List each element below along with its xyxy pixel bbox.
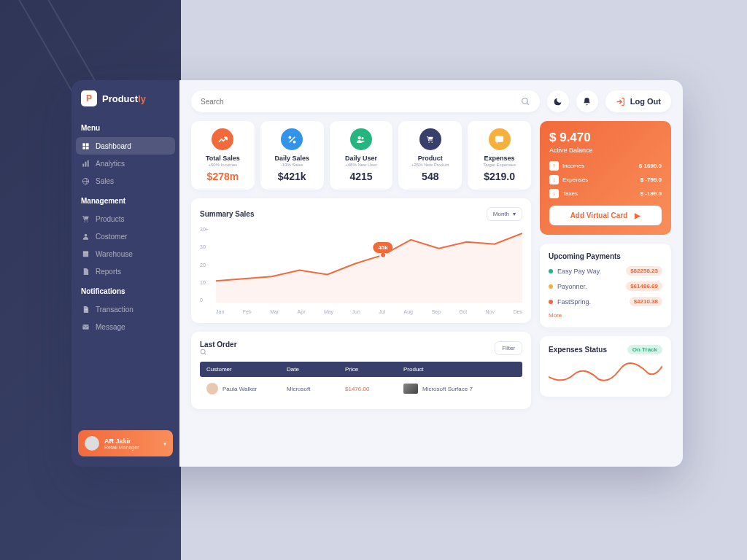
kpi-card: Total Sales+50% Incomes$278m	[191, 121, 255, 190]
expenses-status-card: Expenses Status On Track	[540, 336, 671, 397]
period-dropdown[interactable]: Month▾	[487, 207, 522, 221]
svg-rect-11	[82, 252, 88, 256]
svg-rect-15	[82, 324, 88, 329]
sidebar-item-label: Reports	[96, 268, 121, 276]
svg-rect-3	[85, 146, 88, 149]
notifications-button[interactable]	[576, 90, 598, 112]
payment-amount: $61486.69	[626, 281, 662, 291]
dot-icon	[549, 300, 553, 304]
sidebar-item-dashboard[interactable]: Dashboard	[76, 137, 175, 155]
balance-row: ↑Incomes$ 1699.0	[549, 161, 662, 171]
svg-rect-1	[85, 143, 88, 146]
order-date: Microsoft	[287, 386, 345, 392]
theme-toggle[interactable]	[547, 90, 569, 112]
svg-line-28	[204, 353, 206, 354]
payment-row: Easy Pay Way.$82258.23	[549, 266, 662, 276]
svg-point-9	[87, 221, 88, 222]
balance-row: ↓Taxes$ -199.0	[549, 189, 662, 198]
filter-button[interactable]: Filter	[495, 341, 522, 355]
svg-point-16	[522, 98, 527, 104]
sidebar-section-title: Notifications	[71, 280, 179, 300]
sidebar-item-sales[interactable]: Sales	[71, 172, 179, 190]
product-image-icon	[403, 384, 418, 394]
down-icon: ↓	[549, 189, 559, 198]
svg-rect-0	[82, 143, 85, 146]
kpi-value: $421k	[265, 171, 320, 182]
sidebar-item-label: Products	[96, 215, 124, 223]
search-input[interactable]	[201, 98, 521, 106]
chart-tooltip: 45k	[373, 242, 392, 253]
kpi-card: Daily User+48% New User4215	[330, 121, 393, 190]
chevron-down-icon: ▾	[163, 440, 166, 447]
more-link[interactable]: More	[549, 312, 662, 319]
sidebar-item-label: Transaction	[96, 306, 133, 314]
status-badge: On Track	[627, 345, 662, 354]
cart-icon	[419, 128, 441, 150]
user-name: AR Jakir	[104, 438, 158, 445]
kpi-value: $278m	[196, 171, 250, 182]
balance-card: $ 9.470 Active Balance ↑Incomes$ 1699.0↓…	[540, 121, 671, 235]
expenses-sparkline	[549, 359, 662, 388]
summary-sales-card: Summary Sales Month▾ 30+3020100 45k JanF…	[191, 198, 531, 323]
kpi-card: ExpensesTarget Expenses$219.0	[468, 121, 531, 190]
moon-icon	[553, 97, 562, 106]
sidebar-section-title: Menu	[71, 117, 179, 137]
summary-chart: 30+3020100 45k JanFebMarAprMayJunJulAugS…	[200, 227, 522, 314]
mail-icon	[81, 322, 90, 331]
expenses-status-title: Expenses Status	[549, 346, 607, 354]
search-icon	[521, 97, 530, 106]
user-icon	[81, 232, 90, 241]
svg-point-10	[84, 233, 87, 236]
logout-button[interactable]: Log Out	[605, 90, 671, 112]
table-header: Customer Date Price Product	[200, 362, 522, 377]
sidebar-item-analytics[interactable]: Analytics	[71, 155, 179, 172]
svg-rect-25	[495, 136, 503, 141]
upcoming-payments-card: Upcoming Payments Easy Pay Way.$82258.23…	[540, 244, 671, 327]
svg-point-24	[432, 141, 433, 142]
sidebar-item-costomer[interactable]: Costomer	[71, 228, 179, 245]
svg-point-23	[429, 141, 430, 142]
kpi-subtitle: +50% Incomes	[196, 163, 250, 167]
play-icon: ▶	[635, 211, 640, 219]
balance-row-value: $ 1699.0	[639, 163, 662, 169]
customer-name: Paula Walker	[222, 386, 257, 392]
payment-row: FastSpring.$4210.38	[549, 297, 662, 306]
sidebar-section-title: Management	[71, 190, 179, 210]
add-virtual-card-button[interactable]: Add Virtual Card▶	[549, 206, 662, 225]
svg-point-8	[84, 221, 85, 222]
sidebar-item-message[interactable]: Message	[71, 318, 179, 335]
dot-icon	[549, 284, 553, 289]
logout-label: Log Out	[630, 97, 661, 106]
sidebar-item-warehouse[interactable]: Warehouse	[71, 245, 179, 262]
sidebar-item-transaction[interactable]: Transaction	[71, 300, 179, 318]
kpi-title: Daily User	[334, 155, 389, 162]
kpi-card: Daily Sales-13% Sales$421k	[260, 121, 324, 190]
sidebar-item-label: Warehouse	[96, 250, 133, 258]
payment-label: Easy Pay Way.	[557, 268, 601, 275]
sidebar: P Productly MenuDashboardAnalyticsSalesM…	[71, 80, 179, 467]
svg-rect-2	[82, 146, 85, 149]
balance-row-label: Expenses	[562, 176, 588, 183]
sidebar-item-label: Analytics	[96, 160, 125, 168]
search-bar[interactable]	[191, 90, 540, 112]
kpi-title: Expenses	[472, 155, 527, 162]
svg-rect-5	[85, 161, 86, 166]
kpi-title: Daily Sales	[265, 155, 320, 162]
search-icon[interactable]	[200, 349, 240, 356]
user-card[interactable]: AR Jakir Retail Manager ▾	[78, 430, 173, 456]
brand: P Productly	[71, 90, 179, 117]
svg-point-19	[293, 140, 295, 143]
avatar	[85, 436, 99, 451]
svg-point-18	[288, 136, 291, 139]
payment-row: Payonner.$61486.69	[549, 281, 662, 291]
svg-rect-12	[82, 251, 88, 252]
svg-rect-14	[85, 310, 88, 311]
payment-amount: $82258.23	[626, 266, 662, 276]
sidebar-item-reports[interactable]: Reports	[71, 262, 179, 280]
table-row[interactable]: Paula WalkerMicrosoft$1476.00Microsoft S…	[200, 377, 522, 400]
sidebar-item-label: Dashboard	[96, 142, 131, 150]
balance-label: Active Balance	[549, 147, 662, 154]
chevron-down-icon: ▾	[513, 211, 516, 217]
sidebar-item-products[interactable]: Products	[71, 210, 179, 228]
upcoming-title: Upcoming Payments	[549, 252, 662, 260]
